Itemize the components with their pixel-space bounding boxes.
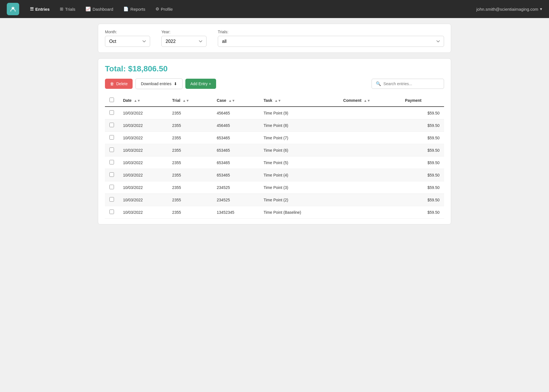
row-checkbox[interactable]	[109, 197, 114, 202]
table-header-row: Date ▲▼ Trial ▲▼ Case ▲▼ Task ▲▼ Comment…	[105, 94, 444, 107]
cell-payment: $59.50	[401, 194, 444, 206]
nav-profile[interactable]: ⚙ Profile	[151, 4, 177, 14]
month-select[interactable]: Oct JanFebMar AprMayJun JulAugSep NovDec	[105, 36, 150, 47]
cell-date: 10/03/2022	[118, 119, 168, 132]
cell-date: 10/03/2022	[118, 107, 168, 119]
row-checkbox[interactable]	[109, 123, 114, 127]
year-label: Year:	[161, 30, 207, 34]
cell-trial: 2355	[168, 206, 212, 219]
row-checkbox-cell[interactable]	[105, 132, 118, 144]
table-row: 10/03/2022 2355 456465 Time Point (8) $5…	[105, 119, 444, 132]
gear-icon: ⚙	[155, 6, 159, 12]
row-checkbox[interactable]	[109, 135, 114, 140]
nav-dashboard[interactable]: 📈 Dashboard	[82, 4, 117, 14]
cell-case: 234525	[212, 181, 259, 194]
year-filter-group: Year: 2022 202020212023	[161, 30, 207, 47]
row-checkbox-cell[interactable]	[105, 107, 118, 119]
cell-case: 456465	[212, 107, 259, 119]
table-row: 10/03/2022 2355 653465 Time Point (4) $5…	[105, 169, 444, 181]
cell-task: Time Point (9)	[259, 107, 339, 119]
search-input[interactable]	[383, 82, 440, 86]
cell-case: 653465	[212, 144, 259, 157]
cell-case: 234525	[212, 194, 259, 206]
search-icon: 🔍	[376, 81, 381, 86]
nav-trials[interactable]: ⊞ Trials	[56, 4, 79, 14]
row-checkbox-cell[interactable]	[105, 169, 118, 181]
th-comment[interactable]: Comment ▲▼	[339, 94, 401, 107]
row-checkbox-cell[interactable]	[105, 206, 118, 219]
nav-reports[interactable]: 📄 Reports	[119, 4, 149, 14]
table-row: 10/03/2022 2355 653465 Time Point (6) $5…	[105, 144, 444, 157]
add-entry-button[interactable]: Add Entry +	[185, 79, 216, 89]
file-icon: 📄	[123, 6, 129, 12]
cell-date: 10/03/2022	[118, 169, 168, 181]
cell-date: 10/03/2022	[118, 157, 168, 169]
month-label: Month:	[105, 30, 150, 34]
cell-task: Time Point (7)	[259, 132, 339, 144]
cell-date: 10/03/2022	[118, 181, 168, 194]
trials-filter-group: Trials: all 235523562357	[218, 30, 444, 47]
row-checkbox[interactable]	[109, 147, 114, 152]
select-all-checkbox[interactable]	[109, 98, 114, 102]
cell-task: Time Point (4)	[259, 169, 339, 181]
cell-date: 10/03/2022	[118, 206, 168, 219]
entries-table: Date ▲▼ Trial ▲▼ Case ▲▼ Task ▲▼ Comment…	[105, 94, 444, 219]
cell-comment	[339, 206, 401, 219]
th-trial[interactable]: Trial ▲▼	[168, 94, 212, 107]
list-icon: ☰	[30, 6, 34, 12]
th-select-all[interactable]	[105, 94, 118, 107]
row-checkbox-cell[interactable]	[105, 157, 118, 169]
row-checkbox[interactable]	[109, 172, 114, 177]
cell-comment	[339, 169, 401, 181]
row-checkbox[interactable]	[109, 160, 114, 164]
trash-icon: 🗑	[110, 82, 114, 86]
cell-trial: 2355	[168, 107, 212, 119]
chevron-down-icon: ▾	[540, 6, 542, 12]
app-logo[interactable]	[7, 3, 19, 15]
cell-comment	[339, 107, 401, 119]
cell-comment	[339, 144, 401, 157]
cell-task: Time Point (8)	[259, 119, 339, 132]
entries-panel: Total: $18,806.50 🗑 Delete Download entr…	[98, 58, 451, 224]
cell-case: 456465	[212, 119, 259, 132]
trials-select[interactable]: all 235523562357	[218, 36, 444, 47]
filter-panel: Month: Oct JanFebMar AprMayJun JulAugSep…	[98, 24, 451, 53]
cell-case: 653465	[212, 157, 259, 169]
cell-payment: $59.50	[401, 206, 444, 219]
cell-trial: 2355	[168, 144, 212, 157]
cell-comment	[339, 194, 401, 206]
cell-trial: 2355	[168, 119, 212, 132]
th-payment: Payment	[401, 94, 444, 107]
cell-trial: 2355	[168, 169, 212, 181]
row-checkbox-cell[interactable]	[105, 144, 118, 157]
th-task[interactable]: Task ▲▼	[259, 94, 339, 107]
cell-payment: $59.50	[401, 157, 444, 169]
table-icon: ⊞	[60, 6, 63, 12]
delete-button[interactable]: 🗑 Delete	[105, 79, 133, 89]
cell-task: Time Point (3)	[259, 181, 339, 194]
download-button[interactable]: Download entries ⬇	[135, 78, 182, 89]
th-date[interactable]: Date ▲▼	[118, 94, 168, 107]
row-checkbox-cell[interactable]	[105, 181, 118, 194]
cell-task: Time Point (Baseline)	[259, 206, 339, 219]
nav-entries[interactable]: ☰ Entries	[26, 4, 54, 14]
year-select[interactable]: 2022 202020212023	[161, 36, 207, 47]
cell-task: Time Point (6)	[259, 144, 339, 157]
table-row: 10/03/2022 2355 234525 Time Point (3) $5…	[105, 181, 444, 194]
cell-date: 10/03/2022	[118, 194, 168, 206]
cell-payment: $59.50	[401, 181, 444, 194]
row-checkbox-cell[interactable]	[105, 119, 118, 132]
user-email: john.smith@scientiaimaging.com	[476, 7, 539, 12]
cell-trial: 2355	[168, 181, 212, 194]
row-checkbox[interactable]	[109, 110, 114, 115]
user-menu[interactable]: john.smith@scientiaimaging.com ▾	[476, 6, 543, 12]
cell-task: Time Point (2)	[259, 194, 339, 206]
trials-label: Trials:	[218, 30, 444, 34]
th-case[interactable]: Case ▲▼	[212, 94, 259, 107]
row-checkbox[interactable]	[109, 210, 114, 214]
row-checkbox[interactable]	[109, 185, 114, 189]
cell-case: 13452345	[212, 206, 259, 219]
row-checkbox-cell[interactable]	[105, 194, 118, 206]
month-filter-group: Month: Oct JanFebMar AprMayJun JulAugSep…	[105, 30, 150, 47]
chart-icon: 📈	[85, 6, 91, 12]
